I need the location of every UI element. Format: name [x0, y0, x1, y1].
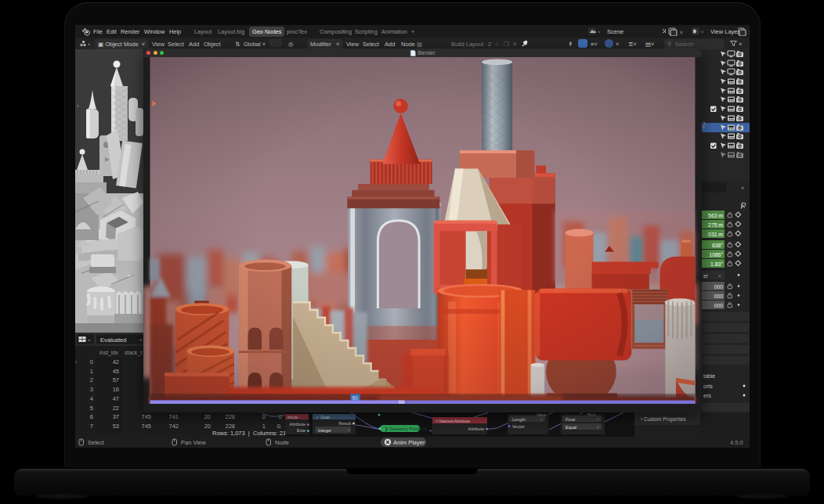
svg-text:View Layer: View Layer — [710, 28, 739, 35]
svg-text:❯ Geometry Proximity: ❯ Geometry Proximity — [385, 427, 428, 432]
svg-text:ers: ers — [703, 393, 711, 398]
svg-text:Length: Length — [512, 417, 526, 422]
svg-text:table: table — [703, 373, 715, 379]
svg-text:Value: Value — [537, 412, 547, 417]
svg-text:Anim Player: Anim Player — [393, 439, 425, 446]
svg-text:22: 22 — [113, 405, 119, 412]
svg-text:Equal: Equal — [566, 425, 576, 430]
svg-text:638°: 638° — [712, 243, 723, 248]
svg-text:2: 2 — [90, 376, 93, 383]
svg-text:16: 16 — [113, 386, 119, 393]
svg-text:0: 0 — [90, 358, 93, 365]
svg-text:✕: ✕ — [748, 30, 750, 35]
svg-text:1: 1 — [90, 368, 93, 375]
svg-text:::::: :::: — [742, 358, 746, 363]
svg-text:˅: ˅ — [701, 30, 704, 34]
svg-text:Pan View: Pan View — [181, 439, 206, 446]
svg-text:Float: Float — [566, 417, 576, 422]
svg-text:Integer: Integer — [318, 428, 331, 433]
svg-text:˅: ˅ — [540, 417, 543, 422]
svg-text:031 m: 031 m — [708, 232, 723, 237]
svg-text:inst_idx: inst_idx — [99, 350, 118, 356]
svg-text:45: 45 — [113, 368, 119, 375]
svg-text:Attribute: Attribute — [290, 422, 305, 427]
svg-text:000: 000 — [714, 284, 724, 290]
svg-text:stack_t: stack_t — [125, 350, 142, 356]
svg-text:Scene: Scene — [607, 28, 623, 35]
svg-text:90: 90 — [352, 395, 358, 401]
svg-text:47: 47 — [113, 395, 119, 402]
svg-text:˅: ˅ — [718, 274, 721, 279]
svg-text:˅: ˅ — [597, 425, 599, 430]
svg-text:1.83°: 1.83° — [710, 261, 723, 267]
svg-text:˅: ˅ — [597, 417, 599, 422]
svg-text:::::: :::: — [742, 326, 746, 330]
svg-text:Attribute: Attribute — [468, 427, 484, 431]
svg-text:orts: orts — [703, 383, 713, 389]
svg-text:Node: Node — [275, 439, 289, 446]
svg-text:Exte: Exte — [297, 428, 305, 433]
svg-text:5: 5 — [90, 405, 93, 412]
svg-text:3: 3 — [90, 386, 93, 393]
svg-text:Result: Result — [338, 421, 351, 426]
svg-text:563 m: 563 m — [708, 213, 723, 218]
svg-text:› Custom Properties: › Custom Properties — [641, 416, 687, 423]
svg-text:Evaluated: Evaluated — [100, 337, 126, 344]
svg-text:˅: ˅ — [741, 185, 744, 191]
svg-text:::::: :::: — [742, 405, 746, 410]
svg-text:000: 000 — [714, 303, 724, 308]
svg-text:✕: ✕ — [679, 30, 684, 35]
svg-text:::::: :::: — [742, 315, 746, 319]
svg-text:˅ Named Attribute: ˅ Named Attribute — [435, 419, 470, 423]
svg-text:Select: Select — [88, 439, 105, 446]
svg-text:000: 000 — [714, 293, 724, 299]
svg-text:Vector: Vector — [512, 424, 525, 429]
svg-text:::::: :::: — [742, 347, 746, 352]
svg-text:˅: ˅ — [139, 338, 143, 343]
svg-text:›: › — [77, 103, 79, 110]
svg-text:er: er — [703, 273, 709, 279]
svg-text:1086°: 1086° — [709, 252, 723, 257]
svg-text:Mode: Mode — [287, 415, 298, 419]
svg-text:42: 42 — [113, 358, 119, 365]
svg-text:˅: ˅ — [348, 428, 350, 433]
svg-text:57: 57 — [113, 376, 119, 383]
svg-text:::::: :::: — [742, 337, 746, 341]
svg-text:4: 4 — [90, 395, 93, 402]
svg-text:275 m: 275 m — [708, 222, 723, 228]
svg-text:˅: ˅ — [598, 30, 601, 34]
svg-text:✓ Goal: ✓ Goal — [316, 415, 330, 419]
svg-text:4.5.0: 4.5.0 — [730, 439, 743, 446]
svg-text:˅: ˅ — [88, 338, 91, 343]
